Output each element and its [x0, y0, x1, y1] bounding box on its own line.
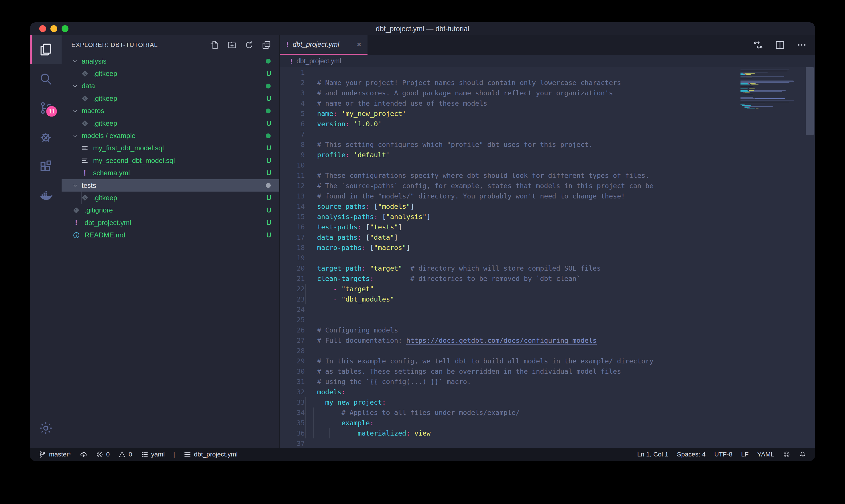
status-encoding[interactable]: UTF-8: [714, 451, 733, 458]
code-editor[interactable]: 12# Name your project! Project names sho…: [280, 67, 815, 448]
tree-item-my-first-dbt-model-sql[interactable]: my_first_dbt_model.sqlU: [61, 142, 279, 154]
line-number: 36: [280, 428, 305, 438]
git-status-badge: U: [266, 144, 271, 152]
line-number: 18: [280, 242, 305, 253]
status-feedback[interactable]: [783, 451, 790, 458]
tree-item-data[interactable]: data: [61, 80, 279, 92]
tree-item-readme-md[interactable]: README.mdU: [61, 229, 279, 241]
tree-item-label: tests: [82, 182, 266, 190]
docker-icon: [39, 188, 53, 203]
line-number: 25: [280, 315, 305, 325]
code-line-8: 8# This setting configures which "profil…: [280, 140, 815, 150]
minimap[interactable]: [740, 68, 805, 110]
explorer-sidebar: EXPLORER: DBT-TUTORIAL analysis.gitkeepU…: [61, 35, 280, 448]
list-icon: [141, 451, 148, 458]
activity-bar-item-docker[interactable]: [30, 181, 61, 210]
tab-dbt-project-yml[interactable]: ! dbt_project.yml ×: [280, 35, 367, 55]
title-bar[interactable]: dbt_project.yml — dbt-tutorial: [30, 22, 815, 35]
git-status-badge: U: [266, 219, 271, 227]
extensions-icon: [39, 159, 53, 174]
status-publish[interactable]: [80, 451, 87, 458]
gear-icon: [39, 421, 53, 435]
code-line-26: 26# Configuring models: [280, 325, 815, 335]
status-cursor-position[interactable]: Ln 1, Col 1: [637, 451, 668, 458]
tree-item--gitkeep[interactable]: .gitkeepU: [61, 117, 279, 129]
status-outline-file[interactable]: dbt_project.yml: [184, 451, 238, 458]
line-number: 5: [280, 109, 305, 119]
tree-item-label: .gitkeep: [93, 94, 266, 103]
activity-bar-item-settings[interactable]: [30, 414, 61, 443]
refresh-button[interactable]: [244, 40, 254, 50]
activity-bar-item-search[interactable]: [30, 64, 61, 93]
status-language-mode-label: YAML: [757, 451, 774, 458]
indent-guide: [305, 418, 306, 428]
tree-item-schema-yml[interactable]: !schema.ymlU: [61, 167, 279, 179]
tree-item-my-second-dbt-model-sql[interactable]: my_second_dbt_model.sqlU: [61, 154, 279, 167]
code-line-18: 18macro-paths: ["macros"]: [280, 242, 815, 253]
status-outline-yaml[interactable]: yaml: [141, 451, 165, 458]
collapse-all-button[interactable]: [262, 40, 271, 50]
code-line-31: 31# using the `{{ config(...) }}` macro.: [280, 377, 815, 387]
status-errors[interactable]: 0: [96, 451, 110, 458]
tree-item-analysis[interactable]: analysis: [61, 55, 279, 67]
git-status-badge: U: [266, 194, 271, 202]
code-line-34: 34 # Applies to all files under models/e…: [280, 408, 815, 418]
git-file-icon: [80, 70, 89, 78]
tree-item--gitkeep[interactable]: .gitkeepU: [61, 67, 279, 79]
line-number: 28: [280, 346, 305, 356]
tree-item--gitkeep[interactable]: .gitkeepU: [61, 192, 279, 204]
sql-file-icon: [80, 144, 89, 152]
line-number: 16: [280, 222, 305, 232]
tree-item-models-example[interactable]: models / example: [61, 129, 279, 142]
activity-bar-item-source-control[interactable]: 11: [30, 93, 61, 123]
activity-bar-item-debug[interactable]: [30, 123, 61, 152]
tree-item-label: models / example: [82, 132, 266, 140]
status-warnings[interactable]: 0: [118, 451, 132, 458]
status-indentation-label: Spaces: 4: [677, 451, 705, 458]
tree-item-label: schema.yml: [93, 169, 266, 177]
line-number: 37: [280, 438, 305, 448]
list-icon: [184, 451, 191, 458]
code-line-17: 17data-paths: ["data"]: [280, 232, 815, 242]
breadcrumb[interactable]: ! dbt_project.yml: [280, 55, 815, 67]
git-modified-dot: [266, 84, 271, 89]
code-line-5: 5name: 'my_new_project': [280, 109, 815, 119]
editor-scrollbar[interactable]: [806, 67, 814, 135]
code-line-22: 22 - "target": [280, 284, 815, 294]
line-number: 3: [280, 88, 305, 98]
status-separator: |: [173, 451, 175, 458]
status-eol[interactable]: LF: [741, 451, 749, 458]
tree-item-macros[interactable]: macros: [61, 105, 279, 117]
status-language-mode[interactable]: YAML: [757, 451, 774, 458]
more-actions-button[interactable]: [796, 40, 807, 50]
line-number: 4: [280, 98, 305, 109]
open-changes-button[interactable]: [753, 40, 763, 50]
status-notifications[interactable]: [799, 451, 806, 458]
tree-item-dbt-project-yml[interactable]: !dbt_project.ymlU: [61, 216, 279, 229]
code-line-23: 23 - "dbt_modules": [280, 294, 815, 304]
code-line-16: 16test-paths: ["tests"]: [280, 222, 815, 232]
status-indentation[interactable]: Spaces: 4: [677, 451, 705, 458]
vscode-window: dbt_project.yml — dbt-tutorial 11 EXPLOR…: [30, 22, 815, 461]
tree-item-tests[interactable]: tests: [61, 179, 279, 192]
line-number: 7: [280, 129, 305, 140]
tree-item--gitignore[interactable]: .gitignoreU: [61, 204, 279, 216]
activity-bar-item-extensions[interactable]: [30, 152, 61, 181]
close-tab-icon[interactable]: ×: [357, 40, 361, 49]
indent-guide: [81, 192, 82, 204]
status-git-branch[interactable]: master*: [39, 451, 71, 458]
code-line-13: 13# found in the "models/" directory. Yo…: [280, 191, 815, 201]
code-line-4: 4# name or the intended use of these mod…: [280, 98, 815, 109]
activity-bar-item-explorer[interactable]: [30, 35, 61, 64]
code-line-33: 33 my_new_project:: [280, 397, 815, 408]
split-editor-button[interactable]: [775, 40, 785, 50]
new-folder-button[interactable]: [227, 40, 237, 50]
info-file-icon: [72, 231, 80, 239]
tree-item-label: dbt_project.yml: [85, 219, 266, 227]
line-number: 13: [280, 191, 305, 201]
line-number: 30: [280, 366, 305, 377]
new-file-button[interactable]: [210, 40, 220, 50]
git-modified-dot: [266, 133, 271, 138]
tree-item-label: data: [82, 82, 266, 90]
tree-item--gitkeep[interactable]: .gitkeepU: [61, 92, 279, 105]
